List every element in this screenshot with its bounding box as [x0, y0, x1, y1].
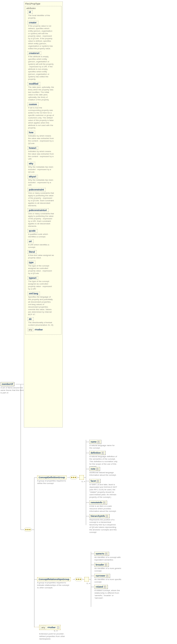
attribute-label: creatoruri: [28, 51, 41, 55]
connector: [91, 552, 91, 607]
element-desc: An identifier of a concept with equivale…: [94, 556, 123, 561]
element-sameas: sameAs+: [94, 552, 109, 556]
element-remoteinfo: remoteInfo+: [89, 500, 107, 505]
attributes-list: idThe local identifier of the property.c…: [28, 10, 56, 326]
attribute-desc: The local identifier of the property.: [28, 14, 54, 19]
element-label: narrower: [96, 575, 105, 577]
occurrence-label: 0..∞: [82, 480, 85, 483]
connector: [21, 384, 21, 530]
attribute-label: type: [28, 261, 35, 264]
connector: [86, 516, 89, 516]
attributes-label: attributes: [26, 7, 61, 10]
conceptdefinitiongroup-box: ConceptDefinitionGroup: [37, 475, 67, 479]
attribute-item-creatoruri: creatoruriIf the attribute is empty, spe…: [28, 51, 56, 81]
element-name: name+: [89, 440, 101, 444]
connector: [84, 477, 86, 478]
connector: [91, 576, 94, 576]
choice-icon: [79, 475, 84, 480]
connector: [34, 579, 37, 580]
element-desc: Additional natural language information …: [89, 471, 117, 476]
memberof-label: memberOf: [2, 383, 13, 385]
attribute-item-pubconstrainturi: pubconstrainturiOne or many constraints …: [28, 208, 56, 228]
attribute-item-uri: uriA URI which identifies a concept.: [28, 240, 56, 249]
element-label: broader: [96, 563, 104, 566]
expand-icon: +: [97, 441, 100, 443]
connector: [86, 481, 89, 481]
attribute-item-xml-lang: xml:langSpecifies the language of this p…: [28, 292, 56, 316]
attribute-label: how: [28, 131, 35, 134]
element-definition: definition+: [89, 451, 105, 455]
attribute-desc: If set to true the corresponding propert…: [28, 106, 54, 129]
flex1proptype-box: Flex1PropType attributes idThe local ide…: [24, 2, 63, 427]
attribute-desc: Specifies the language of this property …: [28, 295, 54, 316]
attribute-item-qcode: qcodeA qualified code which identifies a…: [28, 229, 56, 238]
conceptdefinitiongroup-desc: A group of properties required to define…: [37, 480, 67, 485]
connector: [21, 530, 24, 530]
connector: [86, 503, 89, 503]
element-hierarchyinfo: hierarchyInfo+: [89, 514, 109, 518]
element-label: related: [96, 586, 103, 588]
element-desc: A related concept, where the relationshi…: [94, 589, 123, 599]
attribute-desc: Why the metadata has been included - exp…: [28, 178, 54, 186]
attribute-item-howuri: howuriIndicates by which means the value…: [28, 146, 56, 160]
expand-icon: +: [105, 564, 107, 566]
sequence-icon: [75, 577, 82, 581]
connector: [73, 579, 75, 580]
connector: [67, 477, 70, 478]
element-label: remoteInfo: [91, 501, 102, 504]
attribute-desc: A free-text value assigned as property v…: [28, 254, 54, 259]
attribute-item-creator: creatorIf the property value is not defi…: [28, 21, 56, 50]
attribute-item-id: idThe local identifier of the property.: [28, 10, 56, 19]
element-desc: An identifier of a more generic concept.: [94, 567, 123, 572]
attribute-item-modified: modifiedThe date (and, optionally, the t…: [28, 82, 56, 101]
connector: [86, 440, 86, 525]
expand-icon: +: [97, 480, 99, 482]
attribute-desc: One or many constraints that apply to pu…: [28, 212, 54, 228]
attribute-label: custom: [28, 103, 39, 106]
attribute-label: creator: [28, 21, 38, 24]
attribute-desc: One or many constraints that apply to pu…: [28, 191, 54, 207]
any-other-label-attr: ##other: [35, 328, 43, 331]
expand-icon: +: [104, 586, 106, 588]
element-note: note+: [89, 467, 100, 471]
attribute-desc: Indicates by which means the value was e…: [28, 150, 54, 160]
attribute-label: qcode: [28, 229, 37, 233]
memberof-element: memberOf: [1, 382, 14, 386]
attribute-label: typeuri: [28, 276, 38, 280]
attribute-label: howuri: [28, 146, 38, 150]
expand-icon: +: [105, 553, 107, 555]
attribute-item-whyuri: whyuriWhy the metadata has been included…: [28, 175, 56, 186]
attribute-label: literal: [28, 250, 37, 254]
extension-desc: Extension point for provider-defined pro…: [39, 633, 69, 640]
expand-icon: +: [102, 452, 104, 454]
attribute-item-custom: customIf set to true the corresponding p…: [28, 103, 56, 129]
attribute-label: modified: [28, 82, 40, 86]
expand-icon: +: [106, 515, 108, 517]
expand-icon: +: [96, 468, 98, 470]
attribute-label: pubconstrainturi: [28, 208, 49, 212]
attribute-label: xml:lang: [28, 292, 40, 295]
any-other-element: any ##other +: [39, 625, 61, 630]
expand-icon: +: [106, 575, 108, 577]
attributes-frame: attributes idThe local identifier of the…: [25, 6, 62, 335]
connector: [89, 579, 91, 580]
attribute-desc: A URI which identifies a concept.: [28, 243, 54, 249]
attribute-desc: The type of the concept assigned as cont…: [28, 280, 54, 290]
attribute-label: pubconstraint: [28, 188, 46, 191]
element-label: sameAs: [96, 552, 104, 555]
attribute-desc: If the property value is not defined, sp…: [28, 24, 54, 50]
attribute-item-pubconstraint: pubconstraintOne or many constraints tha…: [28, 188, 56, 207]
connector: [82, 579, 84, 580]
element-desc: A link to an item or a web resource whic…: [89, 505, 117, 513]
attribute-label: why: [28, 162, 35, 165]
attribute-item-why: whyWhy the metadata has been included - …: [28, 162, 56, 173]
element-desc: Represents the position of a concept in …: [89, 519, 117, 534]
connector: [86, 469, 89, 469]
element-label: facet: [91, 480, 96, 482]
connector: [91, 587, 94, 587]
connector-dashed: [34, 627, 39, 627]
element-label: hierarchyInfo: [91, 515, 105, 517]
conceptrelationshipsgroup-box: ConceptRelationshipsGroup: [37, 577, 71, 581]
attribute-item-typeuri: typeuriThe type of the concept assigned …: [28, 276, 56, 290]
element-desc: A natural language definition of the sem…: [89, 455, 117, 468]
